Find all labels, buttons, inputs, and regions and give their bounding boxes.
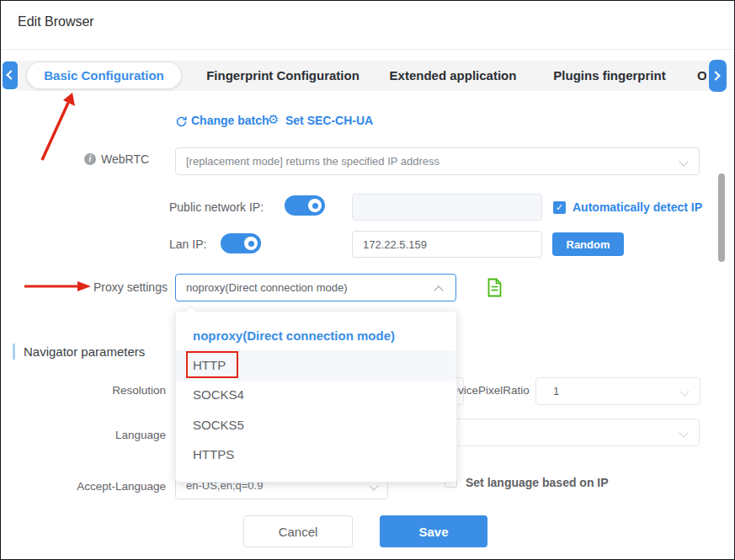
- lan-ip-input[interactable]: [352, 231, 542, 258]
- proxy-option-socks4[interactable]: SOCKS4: [176, 380, 456, 410]
- info-icon: i: [84, 153, 96, 165]
- webrtc-mode-value: [replacement mode] returns the specified…: [186, 155, 439, 168]
- random-button[interactable]: Random: [552, 232, 624, 256]
- chevron-down-icon: [679, 387, 689, 396]
- public-ip-input[interactable]: [352, 194, 542, 221]
- section-title: Navigator parameters: [24, 344, 145, 359]
- annotation-arrow-to-basic-tab: [33, 88, 82, 167]
- toggle-knob: [244, 237, 258, 250]
- chevron-up-icon: [434, 285, 443, 295]
- refresh-icon: [175, 115, 188, 131]
- vertical-scrollbar-thumb[interactable]: [718, 173, 725, 262]
- resolution-label: Resolution: [60, 384, 166, 397]
- proxy-option-https[interactable]: HTTPS: [176, 440, 456, 470]
- header-divider: [1, 49, 734, 50]
- proxy-settings-label: Proxy settings: [93, 280, 168, 294]
- tab-extended-application[interactable]: Extended application: [386, 61, 519, 91]
- proxy-option-socks5[interactable]: SOCKS5: [176, 410, 456, 440]
- public-ip-label: Public network IP:: [169, 200, 264, 214]
- save-button[interactable]: Save: [380, 515, 487, 547]
- tabs-scroll-left-button[interactable]: [3, 61, 18, 89]
- proxy-settings-value: noproxy(Direct connection mode): [186, 281, 347, 294]
- chevron-right-icon: [711, 71, 720, 80]
- tab-basic-configuration[interactable]: Basic Configuration: [26, 61, 182, 89]
- proxy-dropdown-panel: noproxy(Direct connection mode) HTTP SOC…: [175, 311, 457, 483]
- proxy-option-noproxy[interactable]: noproxy(Direct connection mode): [176, 321, 456, 351]
- cancel-button[interactable]: Cancel: [243, 515, 353, 547]
- annotation-arrow-to-proxy-settings: [24, 280, 93, 293]
- accept-language-label: Accept-Language: [60, 480, 166, 493]
- edit-browser-dialog: Edit Browser Basic Configuration Fingerp…: [0, 0, 735, 560]
- webrtc-label: WebRTC: [101, 152, 149, 166]
- chevron-down-icon: [679, 157, 688, 166]
- tab-fingerprint-configuration[interactable]: Fingerprint Configuration: [203, 61, 363, 91]
- section-accent-bar: [13, 344, 15, 360]
- proxy-settings-select[interactable]: noproxy(Direct connection mode): [175, 274, 456, 301]
- lan-ip-toggle[interactable]: [221, 233, 261, 253]
- chevron-down-icon: [369, 481, 378, 490]
- chevron-left-icon: [6, 70, 15, 79]
- chevron-down-icon: [679, 428, 688, 437]
- gear-icon: ⚙: [268, 112, 279, 127]
- tab-partial-clipped[interactable]: O: [697, 61, 706, 91]
- dialog-title: Edit Browser: [18, 14, 94, 29]
- language-label: Language: [60, 429, 166, 441]
- device-pixel-ratio-label: devicePixelRatio: [445, 384, 530, 397]
- auto-detect-ip-checkbox[interactable]: ✓: [553, 201, 566, 214]
- toggle-knob: [308, 199, 322, 212]
- auto-detect-ip-label[interactable]: Automatically detect IP: [573, 200, 702, 214]
- tab-plugins-fingerprint[interactable]: Plugins fingerprint: [550, 61, 669, 91]
- set-language-by-ip-label[interactable]: Set language based on IP: [466, 476, 609, 489]
- change-batch-link[interactable]: Change batch: [191, 114, 269, 127]
- proxy-option-http[interactable]: HTTP: [176, 350, 456, 381]
- public-ip-toggle[interactable]: [285, 195, 325, 216]
- proxy-list-file-icon[interactable]: [487, 278, 503, 301]
- device-pixel-ratio-value: 1: [553, 385, 559, 397]
- webrtc-mode-select[interactable]: [replacement mode] returns the specified…: [175, 147, 700, 175]
- device-pixel-ratio-select[interactable]: 1: [535, 377, 700, 405]
- set-sec-ch-ua-link[interactable]: Set SEC-CH-UA: [285, 114, 373, 127]
- lan-ip-label: Lan IP:: [169, 237, 206, 251]
- tabs-scroll-right-button[interactable]: [709, 60, 727, 92]
